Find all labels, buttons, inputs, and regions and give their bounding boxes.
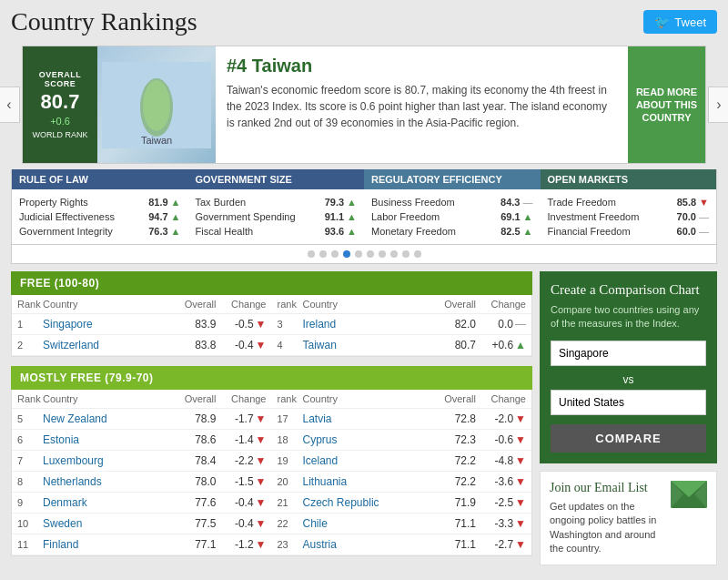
- country-name: #4 Taiwan: [227, 56, 617, 76]
- stat-col-rule: Property Rights 81.9 ▲ Judicial Effectiv…: [12, 193, 188, 240]
- taiwan-map-svg: Taiwan: [102, 62, 211, 148]
- dot[interactable]: [402, 250, 410, 258]
- compare-button[interactable]: COMPARE: [551, 424, 706, 453]
- flat-icon: —: [515, 318, 526, 331]
- dot[interactable]: [308, 250, 315, 258]
- page-title: Country Rankings: [11, 7, 197, 36]
- table-row: 11 Finland 77.1 -1.2 ▼: [12, 534, 272, 555]
- category-free: FREE (100-80) Rank Country Overall Chang…: [11, 271, 532, 357]
- stat-row: Judicial Effectiveness 94.7 ▲: [19, 209, 181, 224]
- read-more-button[interactable]: READ MORE ABOUT THIS COUNTRY: [628, 46, 705, 163]
- country-link[interactable]: Estonia: [43, 433, 176, 446]
- stat-row: Financial Freedom 60.0 —: [548, 224, 710, 239]
- country-link[interactable]: Luxembourg: [43, 454, 176, 467]
- country-link[interactable]: Iceland: [303, 454, 436, 467]
- category-header-free: FREE (100-80): [11, 271, 532, 295]
- down-icon: ▼: [256, 433, 267, 446]
- carousel-next-button[interactable]: ›: [708, 86, 728, 123]
- carousel-dots: [11, 245, 717, 264]
- table-header: Rank Country Overall Change: [12, 390, 272, 409]
- comparison-input-1[interactable]: [551, 341, 706, 366]
- country-link[interactable]: Latvia: [303, 412, 436, 425]
- comparison-title: Create a Comparison Chart: [551, 282, 706, 298]
- country-link[interactable]: Netherlands: [43, 475, 176, 488]
- country-link[interactable]: Chile: [303, 517, 436, 530]
- up-icon: ▲: [523, 211, 533, 222]
- stat-col-gov: Tax Burden 79.3 ▲ Government Spending 91…: [188, 193, 365, 240]
- rank-col-left: Rank Country Overall Change 5 New Zealan…: [12, 390, 272, 555]
- stats-section: RULE OF LAW GOVERNMENT SIZE REGULATORY E…: [11, 169, 717, 245]
- stats-rows: Property Rights 81.9 ▲ Judicial Effectiv…: [12, 189, 716, 244]
- stat-header-rule: RULE OF LAW: [12, 169, 188, 189]
- stats-headers: RULE OF LAW GOVERNMENT SIZE REGULATORY E…: [12, 169, 716, 189]
- country-link[interactable]: Switzerland: [43, 339, 176, 351]
- dot[interactable]: [319, 250, 327, 258]
- table-header: rank Country Overall Change: [272, 295, 532, 314]
- category-header-mostly-free: MOSTLY FREE (79.9-70): [11, 366, 532, 390]
- up-icon: ▲: [347, 226, 357, 237]
- carousel-prev-button[interactable]: ‹: [0, 86, 20, 123]
- down-icon: ▼: [515, 517, 526, 530]
- dot[interactable]: [414, 250, 421, 258]
- country-link[interactable]: Cyprus: [303, 433, 436, 446]
- stat-col-open: Trade Freedom 85.8 ▼ Investment Freedom …: [541, 193, 717, 240]
- up-icon: ▲: [171, 197, 181, 208]
- country-link[interactable]: Czech Republic: [303, 496, 436, 509]
- country-link[interactable]: Denmark: [43, 496, 176, 509]
- down-icon: ▼: [256, 538, 267, 551]
- tweet-button[interactable]: 🐦 Tweet: [643, 10, 717, 34]
- flat-icon: —: [699, 211, 709, 222]
- stat-row: Fiscal Health 93.6 ▲: [196, 224, 358, 239]
- table-row: 18 Cyprus 72.3 -0.6 ▼: [272, 430, 532, 451]
- country-link[interactable]: Singapore: [43, 318, 176, 331]
- overall-score-label: OVERALL SCORE: [26, 70, 94, 88]
- country-link[interactable]: Austria: [303, 538, 436, 551]
- country-link[interactable]: New Zealand: [43, 412, 176, 425]
- dot[interactable]: [355, 250, 362, 258]
- dot[interactable]: [367, 250, 374, 258]
- rank-col-left: Rank Country Overall Change 1 Singapore …: [12, 295, 272, 356]
- table-row: 19 Iceland 72.2 -4.8 ▼: [272, 451, 532, 472]
- table-header: Rank Country Overall Change: [12, 295, 272, 314]
- up-icon: ▲: [515, 339, 526, 351]
- stat-row: Business Freedom 84.3 —: [371, 195, 533, 209]
- main-container: Country Rankings 🐦 Tweet ‹ OVERALL SCORE…: [0, 0, 728, 580]
- up-icon: ▲: [347, 211, 357, 222]
- world-rank-label: WORLD RANK: [32, 130, 87, 139]
- rankings-table-mostly-free: Rank Country Overall Change 5 New Zealan…: [11, 390, 532, 556]
- table-row: 7 Luxembourg 78.4 -2.2 ▼: [12, 451, 272, 472]
- stat-header-gov: GOVERNMENT SIZE: [188, 169, 365, 189]
- table-row: 20 Lithuania 72.2 -3.6 ▼: [272, 472, 532, 493]
- down-icon: ▼: [515, 475, 526, 488]
- email-widget: Join our Email List Get updates on the o…: [540, 471, 717, 566]
- vs-label: vs: [551, 370, 706, 390]
- comparison-input-2[interactable]: [551, 390, 706, 415]
- stat-header-open: OPEN MARKETS: [541, 169, 717, 189]
- category-mostly-free: MOSTLY FREE (79.9-70) Rank Country Overa…: [11, 366, 532, 556]
- dot[interactable]: [331, 250, 339, 258]
- up-icon: ▲: [171, 226, 181, 237]
- country-link[interactable]: Ireland: [303, 318, 436, 331]
- dot[interactable]: [390, 250, 398, 258]
- down-icon: ▼: [515, 454, 526, 467]
- stat-row: Investment Freedom 70.0 —: [548, 209, 710, 224]
- country-link[interactable]: Finland: [43, 538, 176, 551]
- stat-row: Monetary Freedom 82.5 ▲: [371, 224, 533, 239]
- country-link[interactable]: Sweden: [43, 517, 176, 530]
- table-row: 6 Estonia 78.6 -1.4 ▼: [12, 430, 272, 451]
- down-icon: ▼: [256, 496, 267, 509]
- stat-row: Property Rights 81.9 ▲: [19, 195, 181, 209]
- stat-row: Government Spending 91.1 ▲: [196, 209, 358, 224]
- country-link[interactable]: Lithuania: [303, 475, 436, 488]
- down-icon: ▼: [515, 496, 526, 509]
- dot[interactable]: [379, 250, 386, 258]
- table-row: 23 Austria 71.1 -2.7 ▼: [272, 534, 532, 555]
- table-row: 21 Czech Republic 71.9 -2.5 ▼: [272, 493, 532, 514]
- featured-card: OVERALL SCORE 80.7 +0.6 WORLD RANK Taiwa…: [22, 46, 706, 164]
- table-row: 2 Switzerland 83.8 -0.4 ▼: [12, 335, 272, 356]
- down-icon: ▼: [256, 339, 267, 351]
- country-link[interactable]: Taiwan: [303, 339, 436, 351]
- down-icon: ▼: [515, 538, 526, 551]
- rankings-table-free: Rank Country Overall Change 1 Singapore …: [11, 295, 532, 357]
- dot-active[interactable]: [343, 250, 350, 258]
